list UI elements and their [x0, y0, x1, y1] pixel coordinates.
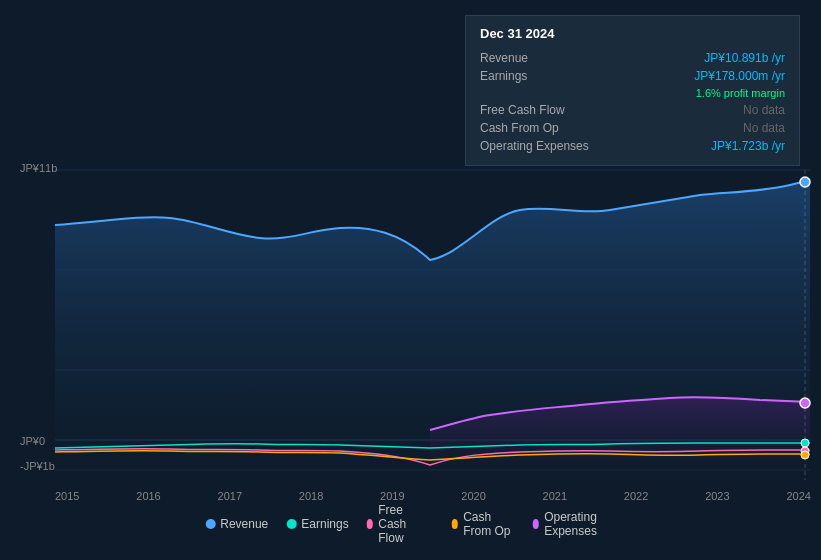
tooltip-value-revenue: JP¥10.891b /yr — [704, 51, 785, 65]
legend-dot-fcf — [367, 519, 374, 529]
tooltip-box: Dec 31 2024 Revenue JP¥10.891b /yr Earni… — [465, 15, 800, 166]
tooltip-value-opex: JP¥1.723b /yr — [711, 139, 785, 153]
y-axis-neg: -JP¥1b — [20, 460, 55, 472]
chart-container: JP¥11b JP¥0 -JP¥1b Dec 31 2024 Revenue J… — [0, 0, 821, 560]
legend-label-fcf: Free Cash Flow — [378, 503, 433, 545]
tooltip-value-cashfromop: No data — [743, 121, 785, 135]
legend-dot-opex — [533, 519, 540, 529]
x-label-2016: 2016 — [136, 490, 160, 502]
tooltip-label-opex: Operating Expenses — [480, 139, 589, 153]
y-axis-zero: JP¥0 — [20, 435, 45, 447]
x-label-2022: 2022 — [624, 490, 648, 502]
svg-point-8 — [800, 398, 810, 408]
x-label-2023: 2023 — [705, 490, 729, 502]
tooltip-value-earnings: JP¥178.000m /yr — [694, 69, 785, 83]
x-label-2019: 2019 — [380, 490, 404, 502]
x-axis: 2015 2016 2017 2018 2019 2020 2021 2022 … — [55, 490, 811, 502]
x-label-2021: 2021 — [543, 490, 567, 502]
legend-label-earnings: Earnings — [301, 517, 348, 531]
tooltip-row-fcf: Free Cash Flow No data — [480, 101, 785, 119]
tooltip-row-earnings: Earnings JP¥178.000m /yr — [480, 67, 785, 85]
x-label-2015: 2015 — [55, 490, 79, 502]
tooltip-label-fcf: Free Cash Flow — [480, 103, 565, 117]
legend-item-fcf[interactable]: Free Cash Flow — [367, 503, 434, 545]
tooltip-label-earnings: Earnings — [480, 69, 527, 83]
legend-label-revenue: Revenue — [220, 517, 268, 531]
legend-dot-earnings — [286, 519, 296, 529]
legend-item-opex[interactable]: Operating Expenses — [533, 510, 616, 538]
chart-legend: Revenue Earnings Free Cash Flow Cash Fro… — [205, 503, 616, 545]
x-label-2017: 2017 — [218, 490, 242, 502]
tooltip-margin-value: 1.6% profit margin — [696, 87, 785, 99]
legend-item-earnings[interactable]: Earnings — [286, 517, 348, 531]
svg-point-7 — [800, 177, 810, 187]
legend-item-cashfromop[interactable]: Cash From Op — [452, 510, 515, 538]
x-label-2020: 2020 — [461, 490, 485, 502]
x-label-2024: 2024 — [786, 490, 810, 502]
tooltip-row-revenue: Revenue JP¥10.891b /yr — [480, 49, 785, 67]
tooltip-row-opex: Operating Expenses JP¥1.723b /yr — [480, 137, 785, 155]
svg-point-9 — [801, 439, 809, 447]
legend-label-cashfromop: Cash From Op — [463, 510, 514, 538]
tooltip-row-cashfromop: Cash From Op No data — [480, 119, 785, 137]
tooltip-label-revenue: Revenue — [480, 51, 528, 65]
tooltip-date: Dec 31 2024 — [480, 26, 785, 41]
tooltip-row-margin: 1.6% profit margin — [480, 85, 785, 101]
tooltip-value-fcf: No data — [743, 103, 785, 117]
x-label-2018: 2018 — [299, 490, 323, 502]
y-axis-top: JP¥11b — [20, 162, 57, 174]
legend-item-revenue[interactable]: Revenue — [205, 517, 268, 531]
legend-label-opex: Operating Expenses — [544, 510, 616, 538]
legend-dot-revenue — [205, 519, 215, 529]
legend-dot-cashfromop — [452, 519, 459, 529]
tooltip-label-cashfromop: Cash From Op — [480, 121, 559, 135]
svg-point-11 — [801, 451, 809, 459]
